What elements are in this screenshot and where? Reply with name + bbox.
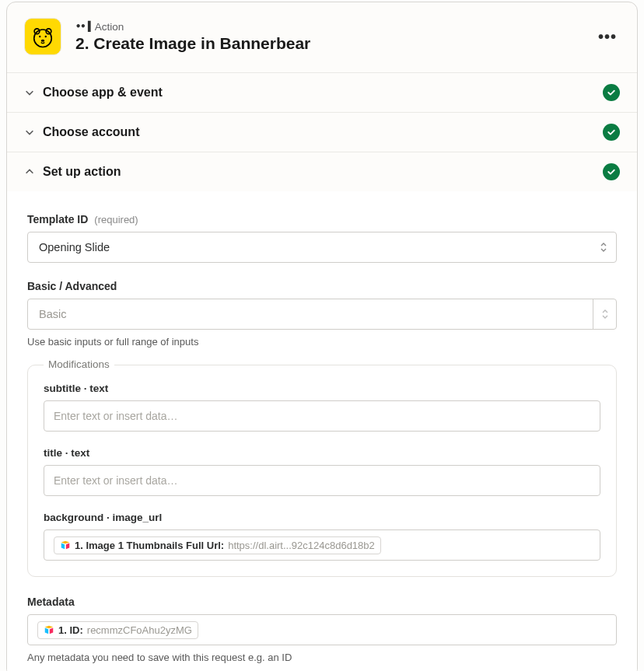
field-label: title · text [44,447,600,459]
svg-point-4 [45,36,47,37]
step-header-text: ••▐ Action 2. Create Image in Bannerbear [75,21,595,53]
select-placeholder: Basic [39,308,66,320]
svg-point-5 [41,40,45,42]
svg-point-0 [34,30,52,47]
field-label: background · image_url [44,512,600,523]
status-complete-badge [603,84,620,101]
select-caret-button[interactable] [593,299,616,329]
setup-action-body: Template ID (required) Opening Slide Bas… [7,191,637,671]
section-title: Choose account [43,125,603,139]
step-title: 2. Create Image in Bannerbear [75,34,595,53]
chevron-down-icon [24,87,35,98]
field-title-text: title · text Enter text or insert data… [44,447,600,496]
check-icon [607,88,616,97]
field-metadata: Metadata 1. ID: recmmzCFoAhu2yzMG Any me… [27,596,617,663]
input-placeholder: Enter text or insert data… [54,474,178,487]
status-complete-badge [603,163,620,180]
field-help-text: Any metadata you need to save with this … [27,652,617,663]
chevron-down-icon [24,127,35,138]
bannerbear-app-icon [24,18,61,55]
field-label: subtitle · text [44,383,600,394]
basic-advanced-select[interactable]: Basic [27,299,617,330]
field-background-image-url: background · image_url 1. Image 1 Thumbn… [44,512,600,561]
data-pill[interactable]: 1. Image 1 Thumbnails Full Url: https://… [54,536,381,554]
section-choose-account[interactable]: Choose account [7,113,637,152]
template-id-select[interactable]: Opening Slide [27,232,617,263]
field-label: Metadata [27,596,75,608]
required-indicator: (required) [94,214,138,225]
check-icon [607,167,616,176]
field-label: Basic / Advanced [27,280,117,292]
step-menu-button[interactable]: ••• [595,25,620,49]
section-setup-action[interactable]: Set up action [7,152,637,191]
field-subtitle-text: subtitle · text Enter text or insert dat… [44,383,600,432]
section-title: Choose app & event [43,86,603,100]
airtable-icon [44,624,54,635]
section-title: Set up action [43,165,603,179]
airtable-icon [60,540,71,550]
step-header: ••▐ Action 2. Create Image in Bannerbear… [7,2,637,73]
pill-value: https://dl.airt...92c124c8d6d18b2 [228,540,375,551]
chevron-up-icon [24,166,35,177]
modifications-fieldset: Modifications subtitle · text Enter text… [27,365,617,577]
title-text-input[interactable]: Enter text or insert data… [44,465,600,496]
metadata-input[interactable]: 1. ID: recmmzCFoAhu2yzMG [27,614,617,645]
select-caret-icon [599,241,608,253]
pill-label: 1. Image 1 Thumbnails Full Url: [75,540,224,551]
data-pill[interactable]: 1. ID: recmmzCFoAhu2yzMG [37,621,198,639]
step-type-label: Action [95,21,124,33]
input-placeholder: Enter text or insert data… [54,410,178,422]
field-label: Template ID [27,213,88,225]
action-glyph-icon: ••▐ [75,21,90,32]
svg-point-3 [39,36,40,37]
background-image-url-input[interactable]: 1. Image 1 Thumbnails Full Url: https://… [44,529,600,561]
field-basic-advanced: Basic / Advanced Basic Use basic inputs … [27,280,617,348]
fieldset-legend: Modifications [44,358,114,370]
status-complete-badge [603,124,620,141]
select-value: Opening Slide [39,241,110,253]
field-template-id: Template ID (required) Opening Slide [27,213,617,263]
section-choose-app-event[interactable]: Choose app & event [7,73,637,113]
subtitle-text-input[interactable]: Enter text or insert data… [44,400,600,432]
pill-label: 1. ID: [58,624,83,636]
pill-value: recmmzCFoAhu2yzMG [87,624,192,636]
check-icon [607,128,616,137]
select-caret-icon [600,308,610,320]
action-step-card: ••▐ Action 2. Create Image in Bannerbear… [6,2,638,671]
field-help-text: Use basic inputs or full range of inputs [27,336,617,348]
